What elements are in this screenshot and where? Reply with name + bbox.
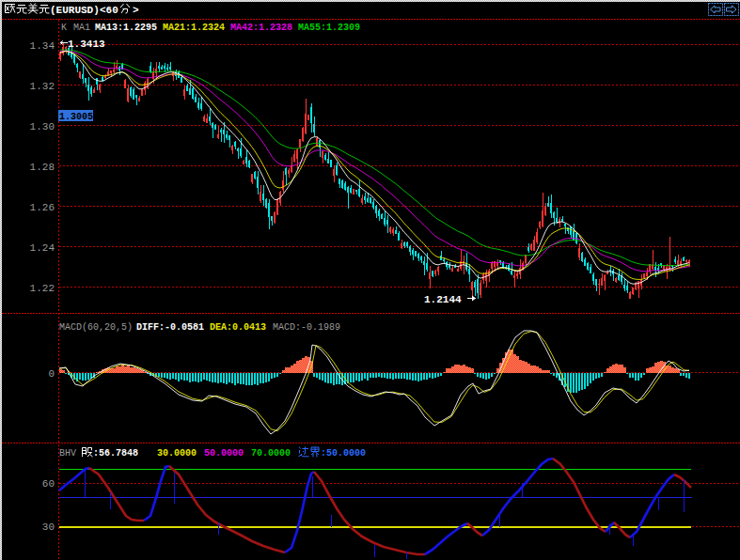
svg-text:<60: <60: [100, 5, 118, 16]
svg-text:1.26: 1.26: [30, 202, 55, 213]
svg-text:MA42:1.2328: MA42:1.2328: [230, 23, 292, 33]
svg-text:0: 0: [48, 368, 55, 380]
svg-text:30.0000: 30.0000: [157, 448, 197, 459]
svg-text:MA55:1.2309: MA55:1.2309: [298, 23, 360, 33]
svg-text:K: K: [61, 23, 67, 33]
svg-text:DIFF:-0.0581: DIFF:-0.0581: [136, 322, 204, 333]
svg-text:30: 30: [42, 521, 55, 533]
svg-text:1.22: 1.22: [30, 283, 55, 294]
svg-text:1.34: 1.34: [30, 40, 55, 52]
svg-text::50.0000: :50.0000: [321, 448, 366, 459]
svg-text:1.3413: 1.3413: [68, 39, 105, 50]
svg-text:MA1: MA1: [73, 23, 90, 33]
svg-text::56.7848: :56.7848: [93, 448, 138, 459]
svg-text:>: >: [133, 5, 139, 16]
svg-text:MACD:-0.1989: MACD:-0.1989: [273, 322, 340, 333]
svg-text:1.2144: 1.2144: [424, 294, 462, 305]
svg-text:MA13:1.2295: MA13:1.2295: [95, 23, 157, 33]
svg-text:BHV: BHV: [59, 448, 76, 459]
svg-text:MACD(60,20,5): MACD(60,20,5): [59, 322, 133, 333]
svg-text:MA21:1.2324: MA21:1.2324: [163, 23, 225, 33]
svg-text:DEA:0.0413: DEA:0.0413: [210, 322, 266, 333]
svg-text:1.30: 1.30: [30, 121, 55, 132]
svg-text:1.24: 1.24: [30, 242, 55, 254]
svg-text:1.28: 1.28: [30, 162, 55, 173]
svg-text:60: 60: [42, 478, 55, 490]
svg-text:70.0000: 70.0000: [251, 448, 291, 459]
svg-text:50.0000: 50.0000: [204, 448, 244, 459]
svg-text:1.32: 1.32: [30, 81, 55, 92]
svg-text:(EURUSD): (EURUSD): [50, 5, 100, 16]
svg-text:1.3005: 1.3005: [59, 112, 93, 122]
